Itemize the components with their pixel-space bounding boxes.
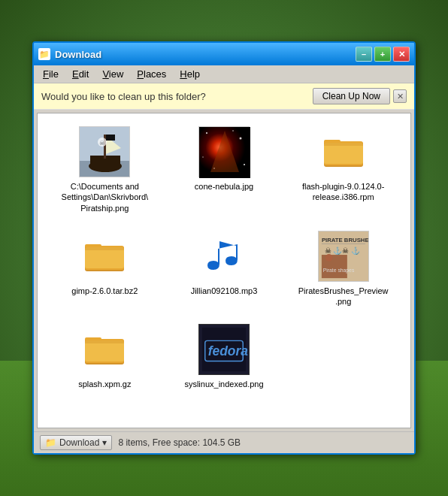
file-thumbnail: fedora (198, 323, 250, 376)
window-title: Download (55, 49, 101, 60)
pirates-brushes-image: PIRATE BRUSHES ☠ ⚓ ☠ ⚓ Pirate shapes (318, 231, 369, 282)
notification-actions: Clean Up Now ✕ (313, 88, 407, 104)
folder-icon (78, 230, 131, 283)
file-label: flash-plugin-9.0.124.0-release.i386.rpm (298, 181, 389, 203)
file-label: PiratesBrushes_Preview.png (298, 286, 389, 307)
folder-icon-small: 📁 (45, 437, 56, 448)
file-label: gimp-2.6.0.tar.bz2 (71, 286, 138, 296)
svg-rect-42 (85, 340, 124, 361)
minimize-button[interactable]: – (356, 47, 372, 62)
file-label: syslinux_indexed.png (184, 379, 263, 389)
svg-text:☠: ☠ (99, 140, 104, 147)
close-button[interactable]: ✕ (393, 47, 410, 62)
main-window: 📁 Download – + ✕ File Edit View Places H… (32, 41, 416, 455)
svg-point-14 (244, 164, 245, 165)
file-label: Jillian092108.mp3 (191, 286, 258, 296)
list-item[interactable]: Jillian092108.mp3 (165, 225, 284, 312)
file-thumbnail: PIRATE BRUSHES ☠ ⚓ ☠ ⚓ Pirate shapes (317, 230, 370, 283)
window-icon: 📁 (38, 48, 50, 60)
folder-icon (317, 126, 370, 178)
file-label: cone-nebula.jpg (195, 181, 253, 192)
menu-help[interactable]: Help (174, 67, 206, 81)
svg-text:⚓: ⚓ (350, 246, 360, 256)
list-item[interactable]: splash.xpm.gz (45, 319, 165, 394)
list-item[interactable]: ☠ C:\Documents and Settings\Dan\Skrivbor… (45, 121, 165, 218)
syslinux-image: fedora (198, 324, 250, 375)
svg-rect-26 (85, 247, 124, 268)
nebula-image (198, 126, 250, 177)
list-item[interactable]: gimp-2.6.0.tar.bz2 (45, 225, 165, 312)
menu-places[interactable]: Places (131, 67, 172, 81)
folder-dropdown[interactable]: 📁 Download ▾ (40, 435, 112, 450)
list-item[interactable]: flash-plugin-9.0.124.0-release.i386.rpm (283, 121, 403, 218)
svg-point-37 (325, 254, 332, 262)
notification-bar: Would you like to clean up this folder? … (34, 83, 414, 110)
file-label: C:\Documents and Settings\Dan\Skrivbord\… (59, 181, 150, 213)
dropdown-arrow: ▾ (102, 437, 107, 448)
svg-rect-21 (324, 143, 363, 164)
file-label: splash.xpm.gz (78, 379, 131, 389)
svg-point-16 (232, 130, 234, 132)
svg-rect-22 (324, 143, 363, 146)
svg-text:☠: ☠ (342, 246, 349, 255)
title-bar-left: 📁 Download (38, 48, 101, 60)
svg-rect-43 (85, 340, 124, 343)
pirate-image: ☠ (79, 126, 130, 177)
title-buttons: – + ✕ (356, 47, 410, 62)
svg-point-15 (202, 156, 204, 158)
notification-text: Would you like to clean up this folder? (41, 91, 206, 102)
file-thumbnail (198, 126, 250, 178)
list-item[interactable]: fedora syslinux_indexed.png (165, 319, 284, 394)
svg-text:fedora: fedora (208, 343, 249, 358)
svg-point-12 (239, 138, 241, 140)
title-bar: 📁 Download – + ✕ (34, 43, 414, 65)
folder-name: Download (59, 437, 99, 448)
status-info: 8 items, Free space: 104.5 GB (118, 437, 241, 448)
svg-text:PIRATE BRUSHES: PIRATE BRUSHES (322, 236, 368, 243)
cleanup-button[interactable]: Clean Up Now (313, 88, 390, 104)
menu-bar: File Edit View Places Help (34, 65, 414, 83)
svg-text:Pirate shapes: Pirate shapes (322, 268, 354, 274)
menu-file[interactable]: File (37, 67, 65, 81)
svg-rect-27 (85, 247, 124, 250)
svg-point-11 (206, 132, 207, 134)
list-item[interactable]: cone-nebula.jpg (165, 121, 284, 218)
menu-view[interactable]: View (96, 67, 129, 81)
folder-icon (78, 323, 131, 376)
notification-close-button[interactable]: ✕ (393, 89, 407, 103)
menu-edit[interactable]: Edit (66, 67, 95, 81)
file-thumbnail: ☠ (78, 126, 131, 178)
svg-rect-9 (106, 135, 115, 141)
maximize-button[interactable]: + (374, 47, 391, 62)
list-item[interactable]: PIRATE BRUSHES ☠ ⚓ ☠ ⚓ Pirate shapes Pir… (283, 225, 403, 312)
svg-text:☠: ☠ (324, 246, 331, 255)
file-area: ☠ C:\Documents and Settings\Dan\Skrivbor… (37, 113, 411, 428)
music-icon (198, 230, 250, 283)
status-bar: 📁 Download ▾ 8 items, Free space: 104.5 … (34, 431, 414, 453)
